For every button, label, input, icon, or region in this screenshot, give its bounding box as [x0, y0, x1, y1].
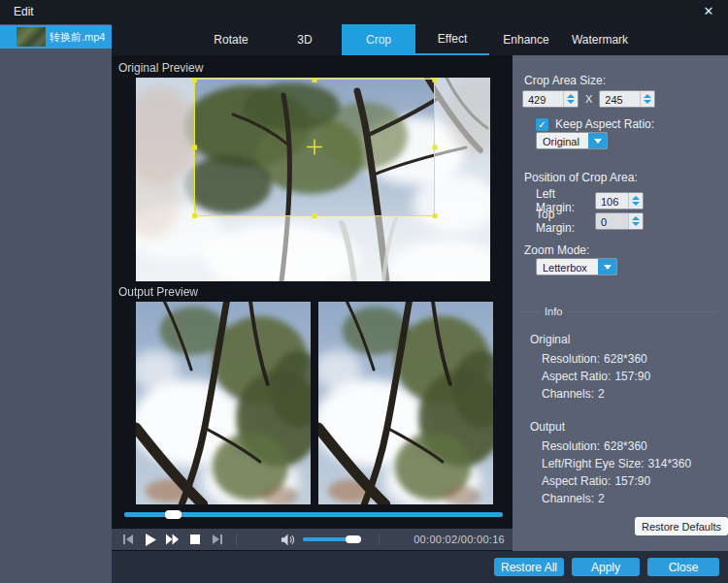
tab-bar: Rotate 3D Crop Effect Enhance Watermark [112, 24, 728, 55]
crop-settings-panel: Crop Area Size: 429 X 245 [513, 55, 728, 551]
zoom-mode-value: Letterbox [537, 259, 598, 275]
crop-height-value: 245 [600, 91, 640, 107]
close-button[interactable]: Close [647, 558, 719, 576]
original-channels: Channels:2 [542, 387, 605, 401]
output-preview [136, 302, 493, 504]
keep-aspect-ratio-checkbox[interactable]: ✓ [536, 118, 548, 131]
spinner-down-icon[interactable] [632, 202, 640, 206]
output-preview-label: Output Preview [118, 285, 198, 299]
left-margin-spin-buttons[interactable] [628, 193, 643, 209]
output-left-eye-image [136, 302, 311, 504]
spinner-down-icon[interactable] [644, 100, 651, 104]
output-aspect-ratio: Aspect Ratio:157:90 [542, 474, 650, 488]
playback-time: 00:00:02/00:00:16 [414, 534, 505, 545]
info-heading: Info [540, 306, 567, 317]
volume-slider[interactable] [303, 537, 363, 541]
crop-area-size-label: Crop Area Size: [524, 74, 606, 87]
zoom-mode-label: Zoom Mode: [524, 243, 589, 257]
zoom-mode-dropdown[interactable]: Letterbox [536, 258, 617, 275]
position-label: Position of Crop Area: [524, 171, 638, 184]
volume-handle[interactable] [346, 535, 361, 543]
tab-enhance[interactable]: Enhance [489, 24, 563, 55]
keep-aspect-ratio-label: Keep Aspect Ratio: [555, 117, 654, 131]
crop-width-value: 429 [523, 91, 563, 107]
original-resolution: Resolution:628*360 [542, 352, 647, 366]
video-thumbnail [17, 27, 46, 47]
original-preview-image [136, 78, 490, 281]
size-separator-label: X [585, 93, 592, 105]
play-button[interactable] [144, 534, 157, 546]
seek-bar[interactable] [124, 512, 503, 517]
tab-rotate[interactable]: Rotate [194, 24, 268, 55]
close-icon[interactable]: ✕ [701, 4, 716, 19]
volume-mute-button[interactable] [281, 534, 295, 546]
spinner-up-icon[interactable] [632, 216, 640, 220]
stop-icon [190, 534, 200, 544]
fast-forward-button[interactable] [166, 534, 180, 546]
apply-button[interactable]: Apply [572, 558, 640, 576]
fast-forward-icon [166, 534, 180, 545]
footer-bar: Restore All Apply Close [112, 551, 728, 583]
seek-handle[interactable] [165, 510, 182, 519]
spinner-down-icon[interactable] [567, 100, 575, 104]
preview-column: Original Preview [112, 55, 513, 575]
aspect-ratio-value: Original [537, 133, 588, 148]
output-resolution: Resolution:628*360 [542, 439, 647, 453]
top-margin-value: 0 [596, 213, 628, 229]
output-eye-size: Left/Right Eye Size:314*360 [542, 457, 691, 470]
original-preview [136, 78, 490, 281]
previous-frame-button[interactable] [121, 534, 135, 546]
top-margin-label: Top Margin: [536, 208, 595, 235]
original-info-heading: Original [530, 333, 570, 346]
speaker-icon [281, 534, 295, 546]
output-channels: Channels:2 [542, 492, 605, 505]
aspect-ratio-dropdown[interactable]: Original [536, 132, 608, 149]
previous-frame-icon [122, 534, 134, 545]
crop-height-spin-buttons[interactable] [640, 91, 654, 107]
play-icon [145, 534, 156, 546]
top-margin-spinner[interactable]: 0 [595, 212, 644, 230]
spinner-up-icon[interactable] [644, 94, 651, 98]
divider [236, 534, 237, 545]
tab-crop[interactable]: Crop [342, 24, 415, 55]
original-aspect-ratio: Aspect Ratio:157:90 [542, 370, 650, 383]
original-preview-label: Original Preview [118, 61, 203, 75]
restore-all-button[interactable]: Restore All [494, 558, 564, 576]
crop-width-spinner[interactable]: 429 [522, 90, 579, 108]
main-area: Rotate 3D Crop Effect Enhance Watermark … [112, 24, 728, 583]
dialog-title: Edit [14, 5, 34, 18]
spinner-up-icon[interactable] [632, 196, 640, 200]
tab-effect[interactable]: Effect [415, 24, 489, 55]
output-right-eye-image [318, 302, 493, 504]
stop-button[interactable] [188, 534, 202, 546]
spinner-up-icon[interactable] [567, 94, 575, 98]
top-margin-spin-buttons[interactable] [628, 213, 643, 229]
crop-height-spinner[interactable]: 245 [599, 90, 655, 108]
file-list-sidebar: 转换前.mp4 [0, 24, 112, 583]
edit-dialog: Edit ✕ 转换前.mp4 Rotate 3D Crop Effect Enh… [0, 0, 728, 583]
chevron-down-icon[interactable] [588, 133, 607, 148]
restore-defaults-button[interactable]: Restore Defaults [636, 518, 727, 534]
next-frame-icon [212, 534, 223, 545]
left-margin-value: 106 [596, 193, 628, 209]
tab-3d[interactable]: 3D [268, 24, 342, 55]
file-name-label: 转换前.mp4 [50, 30, 105, 45]
volume-fill [303, 537, 347, 541]
spinner-down-icon[interactable] [632, 222, 640, 226]
output-info-heading: Output [530, 420, 565, 434]
chevron-down-icon[interactable] [598, 259, 616, 275]
tab-watermark[interactable]: Watermark [563, 24, 637, 55]
transport-bar: 00:00:02/00:00:16 [112, 529, 513, 550]
crop-width-spin-buttons[interactable] [563, 91, 578, 107]
next-frame-button[interactable] [211, 534, 224, 546]
file-list-item-selected[interactable]: 转换前.mp4 [0, 25, 112, 49]
divider [379, 534, 380, 545]
title-bar: Edit ✕ [0, 0, 728, 24]
